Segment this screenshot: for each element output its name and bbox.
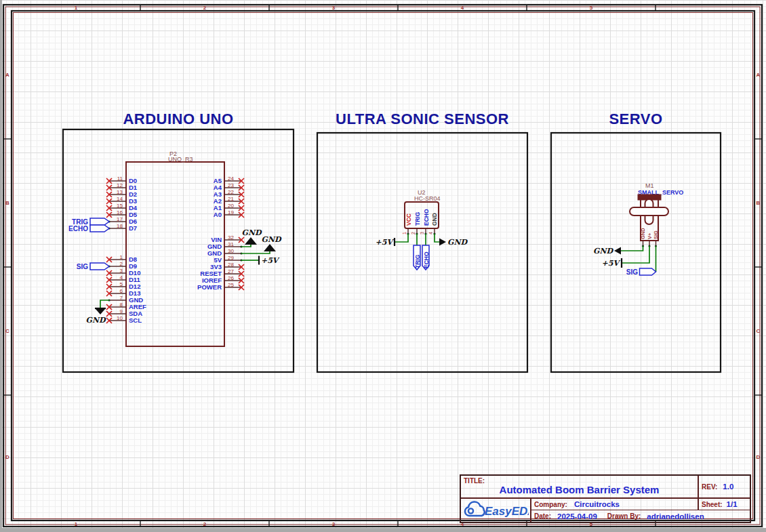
gnd-label: GND [447,238,468,247]
ruler-column-label: 3 [332,5,336,11]
pin-number: 10 [117,315,123,321]
pin-number: 26 [228,275,234,281]
sig-flag-label: SIG [626,268,638,276]
sheet-value: 1/1 [727,500,738,508]
pin-label-sig: SIG [653,230,659,239]
pin-label-echo: ECHO [423,209,430,226]
gnd-symbol [614,247,621,255]
ruler-row-label: C [757,328,761,334]
pin-number-4: 4 [428,232,433,234]
arduino-echo-flag[interactable]: ECHO [68,225,109,232]
rev-label: REV: [702,483,717,491]
pin-number: 20 [228,203,234,209]
pin-number: 14 [117,196,123,202]
ruler-column-label: 3 [332,521,336,527]
pin-number: 31 [228,241,234,247]
gnd-label: GND [242,228,262,237]
pin-number: 17 [117,216,123,222]
arduino-gnd-31[interactable]: GND [241,228,262,247]
arduino-value: UNO_R3 [168,156,193,163]
sig-flag-label: SIG [77,263,88,270]
date-cell: Date: 2025-04-09 Drawn By: adrianedollis… [531,510,750,522]
echo-flag-label: ECHO [423,251,430,268]
pin-number: 30 [228,248,234,254]
easyeda-logo: EasyEDA [462,501,529,520]
pin-name: SCL [129,316,142,324]
gnd-label: GND [593,247,613,255]
ultrasonic-gnd-flag[interactable]: GND [435,234,468,247]
logo-text: EasyEDA [485,505,529,518]
rev-cell: REV: 1.0 [698,476,750,497]
ruler-row-label: D [757,454,761,460]
pin-number: 7 [120,295,123,301]
ruler-row-label: A [757,72,761,78]
pin-number: 21 [228,196,234,202]
pin-number: 28 [228,262,234,268]
company-value: Circuitrocks [574,500,620,508]
arduino-pins-right-top: 24A523A422A321A220A119A0 [214,176,244,219]
arduino-pins-right-bottom: 32VIN31GND30GND295V283V327RESET26IOREF25… [197,234,244,291]
arduino-pins-left-top: 11D012D113D214D315D416D517D618D7 [106,176,138,232]
ultrasonic-component[interactable]: U2 HC-SR04 VCC TRIG ECHO GND 1 2 3 4 [402,189,441,235]
logo-cell: EasyEDA [461,499,531,522]
ultrasonic-value: HC-SR04 [414,195,441,202]
ruler-row-label: C [5,328,9,334]
pin-number: 12 [117,182,123,188]
servo-ref: M1 [645,182,654,189]
trig-flag-label: TRIG [414,254,421,268]
arduino-section-box[interactable] [63,129,294,372]
ultrasonic-trig-flag[interactable]: TRIG [414,234,421,270]
company-label: Company: [534,501,567,508]
drawn-by-label: Drawn By: [607,512,641,520]
gnd-label: GND [86,316,106,325]
pin-number: 18 [117,223,123,229]
servo-gnd-flag[interactable]: GND [593,246,643,255]
pin-number: 32 [228,234,234,241]
pin-label-trig: TRIG [414,211,421,226]
title-block[interactable]: TITLE: Automated Boom Barrier System REV… [460,474,751,523]
arduino-component[interactable]: P2 UNO_R3 11D012D113D214D315D416D517D618… [106,150,244,346]
sheet-frame [3,5,762,527]
sig-flag-shape [640,268,656,275]
arduino-gnd-left[interactable]: GND [86,300,110,325]
cloud-loop-icon [468,508,473,513]
ruler-row-label: B [5,200,9,206]
gnd-symbol [245,237,257,245]
pin-label-gnd: GND [640,228,646,239]
pin-number: 4 [120,274,123,281]
pin-number: 2 [120,261,123,267]
pin-number-3: 3 [420,232,424,234]
ruler-column-label: 2 [203,521,207,527]
pin-number: 13 [117,189,123,195]
servo-section-box[interactable] [551,133,721,372]
arduino-5v-flag[interactable]: +5V [241,256,280,266]
ruler-column-label: 1 [75,5,78,11]
company-cell: Company: Circuitrocks [531,499,698,510]
pin-number: 15 [117,203,123,209]
pin-number: 22 [228,189,234,195]
pin-number: 19 [228,209,234,216]
gnd-symbol [264,244,276,251]
servo-component[interactable]: M1 SMALL_SERVO GND V+ SIG [630,182,683,247]
rev-value: 1.0 [723,483,733,491]
servo-horn-horizontal [630,207,668,216]
ultrasonic-5v-flag[interactable]: +5V [376,234,408,247]
date-label: Date: [534,512,551,520]
schematic-canvas: 1122334455AABBCCDD P2 UNO_R3 11D012D113D… [0,0,766,532]
pin-number: 16 [117,209,123,216]
ruler-column-label: 1 [75,521,78,527]
pin-label-vcc: VCC [405,213,412,226]
arduino-sig-flag[interactable]: SIG [77,263,109,270]
pin-number: 9 [120,308,123,314]
echo-flag-label: ECHO [68,225,88,232]
gnd-label: GND [262,235,282,244]
cloud-icon [465,502,485,516]
sheet-title: Automated Boom Barrier System [461,484,698,495]
pin-number: 8 [120,302,123,308]
pin-number: 11 [117,176,123,182]
ultrasonic-echo-flag[interactable]: ECHO [422,234,430,270]
canvas-edge-left [0,0,2,532]
ruler-row-label: B [757,200,761,206]
pin-number: 23 [228,182,234,188]
pin-number: 29 [228,255,234,261]
